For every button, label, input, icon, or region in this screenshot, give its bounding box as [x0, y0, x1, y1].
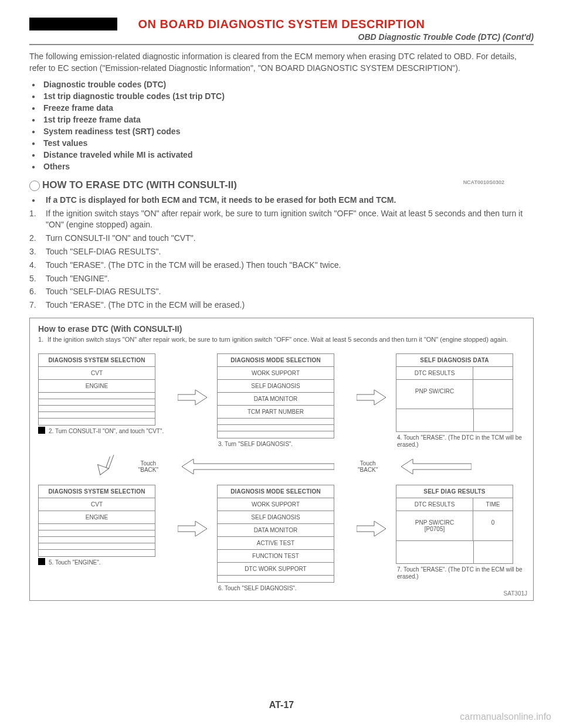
step-item: Touch "ERASE". (The DTC in the ECM will … — [29, 298, 534, 312]
panel-row — [39, 543, 155, 550]
screen-panel-results: SELF DIAGNOSIS DATA DTC RESULTS PNP SW/C… — [396, 353, 513, 432]
diagram-reference: SAT301J — [504, 590, 527, 597]
panel-caption: 3. Turn "SELF DIAGNOSIS". — [217, 438, 346, 448]
panel-row: DATA MONITOR — [218, 393, 334, 406]
panel-caption: 6. Touch "SELF DIAGNOSIS". — [217, 583, 346, 592]
panel-row — [218, 431, 334, 438]
panel-header: SELF DIAG RESULTS — [396, 485, 513, 498]
arrow-right-icon — [354, 485, 389, 538]
arrow-down-left-icon — [91, 452, 115, 481]
diagram-row-1: DIAGNOSIS SYSTEM SELECTION CVT ENGINE 2.… — [38, 353, 525, 448]
panel-caption: 7. Touch "ERASE". (The DTC in the ECM wi… — [396, 564, 525, 580]
panel-row: ENGINE — [39, 511, 155, 524]
diagram-title: How to erase DTC (With CONSULT-II) — [38, 324, 525, 334]
panel-row: TCM PART NUMBER — [218, 406, 334, 419]
arrow-left-icon — [401, 459, 472, 474]
panel-caption: 5. Touch "ENGINE". — [38, 557, 167, 566]
panel-row: ENGINE — [39, 380, 155, 393]
bullet-item: System readiness test (SRT) codes — [29, 125, 534, 137]
panel-row: DTC WORK SUPPORT — [218, 563, 334, 576]
panel-header: DIAGNOSIS MODE SELECTION — [218, 485, 334, 498]
panel-row — [39, 399, 155, 406]
diagram-col: DIAGNOSIS MODE SELECTION WORK SUPPORT SE… — [217, 485, 346, 592]
bullet-item: Distance traveled while MI is activated — [29, 149, 534, 161]
step-item: If the ignition switch stays "ON" after … — [29, 207, 534, 232]
page-number: AT-17 — [0, 700, 563, 710]
panel-body: 0 — [473, 511, 513, 541]
diagram-step1: If the ignition switch stays "ON" after … — [38, 334, 525, 350]
panel-row — [39, 412, 155, 419]
redaction-box — [29, 18, 117, 30]
bullet-list: Diagnostic trouble codes (DTC) 1st trip … — [29, 79, 534, 172]
panel-row: SELF DIAGNOSIS — [218, 380, 334, 393]
step-item: Touch "SELF-DIAG RESULTS". — [29, 245, 534, 258]
panel-row: CVT — [39, 367, 155, 380]
bullet-item: 1st trip freeze frame data — [29, 114, 534, 125]
step-text: If a DTC is displayed for both ECM and T… — [46, 195, 396, 205]
arrow-left-long-icon — [182, 459, 334, 474]
panel-row: WORK SUPPORT — [218, 367, 334, 380]
diagram-container: How to erase DTC (With CONSULT-II) If th… — [29, 318, 534, 601]
panel-row — [218, 425, 334, 431]
panel-header: DIAGNOSIS SYSTEM SELECTION — [39, 354, 155, 367]
panel-caption: 2. Turn CONSULT-II "ON", and touch "CVT"… — [38, 426, 167, 435]
intro-paragraph: The following emission-related diagnosti… — [29, 51, 534, 74]
panel-header: DIAGNOSIS MODE SELECTION — [218, 354, 334, 367]
arrow-right-icon — [354, 353, 389, 406]
step-item: Touch "SELF-DIAG RESULTS". — [29, 285, 534, 298]
diagram-row-2: DIAGNOSIS SYSTEM SELECTION CVT ENGINE 5.… — [38, 485, 525, 592]
panel-row — [39, 530, 155, 537]
panel-row — [39, 419, 155, 425]
diagram-col: DIAGNOSIS SYSTEM SELECTION CVT ENGINE 5.… — [38, 485, 167, 566]
panel-body: PNP SW/CIRC — [396, 380, 473, 409]
panel-row: FUNCTION TEST — [218, 550, 334, 563]
panel-row — [39, 537, 155, 543]
screen-panel: DIAGNOSIS SYSTEM SELECTION CVT ENGINE — [38, 485, 155, 557]
steps-list: If a DTC is displayed for both ECM and T… — [29, 193, 534, 312]
screen-panel: DIAGNOSIS MODE SELECTION WORK SUPPORT SE… — [217, 485, 334, 583]
panel-row — [218, 576, 334, 582]
back-label: Touch "BACK" — [138, 460, 158, 473]
step-item: Touch "ENGINE". — [29, 272, 534, 285]
panel-subheader: TIME — [473, 498, 513, 511]
back-arrow-row: Touch "BACK" Touch "BACK" — [38, 452, 525, 481]
arrow-right-icon — [175, 485, 210, 538]
panel-row: ACTIVE TEST — [218, 537, 334, 550]
step-item: If a DTC is displayed for both ECM and T… — [29, 193, 534, 207]
bullet-item: Freeze frame data — [29, 102, 534, 114]
page-header-subtitle: OBD Diagnostic Trouble Code (DTC) (Cont'… — [29, 32, 534, 42]
panel-row: WORK SUPPORT — [218, 498, 334, 511]
watermark: carmanualsonline.info — [460, 712, 551, 722]
panel-row — [39, 524, 155, 530]
bullet-item: 1st trip diagnostic trouble codes (1st t… — [29, 90, 534, 102]
bullet-item: Diagnostic trouble codes (DTC) — [29, 79, 534, 90]
panel-row: SELF DIAGNOSIS — [218, 511, 334, 524]
bullet-item: Test values — [29, 137, 534, 149]
panel-row — [218, 419, 334, 425]
panel-body — [473, 380, 513, 409]
panel-header: SELF DIAGNOSIS DATA — [396, 354, 513, 367]
panel-header: DIAGNOSIS SYSTEM SELECTION — [39, 485, 155, 498]
panel-row — [39, 393, 155, 399]
panel-subheader: DTC RESULTS — [396, 498, 473, 511]
reference-code: NCAT0010S0302 — [463, 179, 504, 185]
section-heading-text: HOW TO ERASE DTC (WITH CONSULT-II) — [42, 179, 237, 190]
screen-panel: DIAGNOSIS SYSTEM SELECTION CVT ENGINE — [38, 353, 155, 426]
step-item: Touch "ERASE". (The DTC in the TCM will … — [29, 258, 534, 272]
screen-panel-results: SELF DIAG RESULTS DTC RESULTS TIME PNP S… — [396, 485, 513, 564]
diagram-col: DIAGNOSIS SYSTEM SELECTION CVT ENGINE 2.… — [38, 353, 167, 435]
panel-body: PNP SW/CIRC [P0705] — [396, 511, 473, 541]
diagram-col: SELF DIAGNOSIS DATA DTC RESULTS PNP SW/C… — [396, 353, 525, 448]
back-label: Touch "BACK" — [358, 460, 378, 473]
panel-row — [39, 550, 155, 556]
panel-row — [39, 406, 155, 412]
diagram-col: SELF DIAG RESULTS DTC RESULTS TIME PNP S… — [396, 485, 525, 580]
section-heading: HOW TO ERASE DTC (WITH CONSULT-II) NCAT0… — [29, 179, 534, 191]
panel-row: CVT — [39, 498, 155, 511]
panel-caption: 4. Touch "ERASE". (The DTC in the TCM wi… — [396, 432, 525, 448]
arrow-right-icon — [175, 353, 210, 406]
panel-subheader — [473, 367, 513, 380]
panel-row: DATA MONITOR — [218, 524, 334, 537]
diagram-col: DIAGNOSIS MODE SELECTION WORK SUPPORT SE… — [217, 353, 346, 448]
bullet-item: Others — [29, 161, 534, 172]
